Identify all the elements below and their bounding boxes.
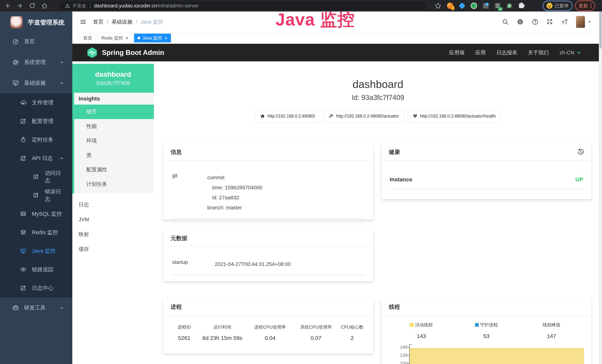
chevron-up-icon (59, 81, 64, 86)
metadata-row-startup: startup 2021-04-27T00:44:31.254+08:00 (172, 259, 364, 275)
process-card-title: 进程 (163, 299, 373, 316)
sidebar-item-tracing[interactable]: 链路追踪 (0, 260, 72, 279)
extension-icon-leaf[interactable] (506, 2, 513, 9)
instance-header: dashboard 93a3fc7f7409 (72, 64, 154, 93)
tab-close-icon[interactable]: × (126, 36, 128, 40)
menu-label: 环境 (86, 137, 97, 144)
sba-link-wallboard[interactable]: 应用墙 (449, 49, 465, 56)
sidebar-item-error-logs[interactable]: 错误日志 (0, 186, 72, 205)
extension-icon-gem[interactable] (459, 2, 465, 9)
breadcrumb-infra[interactable]: 基础设施 (112, 18, 132, 25)
sidebar-item-label: 日志中心 (32, 284, 54, 292)
font-size-icon[interactable] (561, 18, 568, 25)
sidebar-item-file-mgmt[interactable]: 文件管理 (0, 94, 72, 112)
url-path: /infra/admin-server (157, 3, 199, 9)
health-status-badge: UP (575, 176, 583, 183)
search-icon[interactable] (502, 18, 509, 25)
menu-label: 性能 (86, 123, 97, 130)
sidebar-item-cron-jobs[interactable]: 定时任务 (0, 130, 72, 149)
browser-back-icon[interactable] (4, 2, 11, 9)
instance-root-menu: 日志 JVM 映射 缓存 (72, 197, 154, 257)
service-url-chip[interactable]: http://192.168.0.2:48080/ (255, 110, 320, 122)
sidebar-item-access-logs[interactable]: 访问日志 (0, 168, 72, 186)
update-label: 更新 (579, 3, 588, 9)
breadcrumb-home[interactable]: 首页 (93, 18, 103, 25)
sba-link-journal[interactable]: 日志报表 (496, 49, 517, 56)
menu-label: 类 (86, 152, 92, 159)
instance-menu-metrics[interactable]: 性能 (74, 119, 154, 134)
legend-swatch-yellow (410, 323, 414, 327)
info-card: 信息 git commit: time: 1596289704000 id: 2… (163, 144, 373, 220)
scrollbar-thumb[interactable] (599, 11, 602, 49)
sidebar-item-mysql-monitor[interactable]: MySQL 监控 (0, 205, 72, 223)
bookmark-star-icon[interactable] (434, 2, 442, 10)
address-bar[interactable]: 不安全 dashboard.yudao.iocoder.cn/infra/adm… (60, 1, 426, 10)
instance-links: http://192.168.0.2:48080/ http://192.168… (154, 110, 602, 122)
legend-label: 活动线程 (415, 322, 433, 328)
screen: 不安全 dashboard.yudao.iocoder.cn/infra/adm… (0, 0, 602, 364)
sidebar-item-api-logs[interactable]: API 日志 (0, 149, 72, 168)
sba-link-applications[interactable]: 应用 (475, 49, 486, 56)
health-card-body: Instance UP (381, 161, 591, 189)
health-url-chip[interactable]: http://192.168.0.2:48080/actuator/health (408, 110, 501, 122)
browser-forward-icon[interactable] (17, 2, 23, 9)
extension-icon-squares[interactable] (482, 2, 489, 9)
extension-icon-orange[interactable]: 1 (447, 2, 454, 9)
instance-menu-mappings[interactable]: 映射 (72, 227, 154, 242)
sidebar-item-label: 链路追踪 (32, 266, 54, 273)
instance-menu-logs[interactable]: 日志 (72, 197, 154, 212)
process-card: 进程 进程ID 运行时间 进程CPU使用率 系统CPU使用率 CPU核心数 52… (163, 299, 373, 353)
sba-locale-select[interactable]: zh-CN (559, 50, 581, 56)
tab-redis-monitor[interactable]: Redis 监控 × (98, 33, 132, 43)
sidebar-item-system[interactable]: 系统管理 (0, 52, 72, 73)
sidebar-item-config-mgmt[interactable]: 配置管理 (0, 112, 72, 130)
github-icon[interactable] (517, 18, 524, 25)
security-label[interactable]: 不安全 (72, 3, 86, 9)
url-host: dashboard.yudao.iocoder.cn (94, 3, 157, 9)
instance-menu-classes[interactable]: 类 (74, 148, 154, 162)
menu-label: 映射 (79, 231, 89, 238)
browser-home-icon[interactable] (41, 2, 48, 9)
sidebar-item-infra[interactable]: 基础设施 (0, 73, 72, 94)
annotation-text: Java 监控 (276, 8, 355, 31)
avatar-caret-down-icon[interactable] (588, 20, 592, 24)
browser-refresh-icon[interactable] (29, 2, 36, 9)
legend-label: 线程峰值 (543, 322, 560, 328)
instance-menu-scheduled-tasks[interactable]: 计划任务 (74, 177, 154, 191)
instance-menu-environment[interactable]: 环境 (74, 134, 154, 148)
instance-menu-caches[interactable]: 缓存 (72, 242, 154, 257)
process-header-proc-cpu: 进程CPU使用率 (247, 324, 294, 330)
menu-label: 缓存 (79, 246, 89, 253)
instance-menu-config-props[interactable]: 配置属性 (74, 162, 154, 177)
help-icon[interactable] (532, 18, 538, 25)
fullscreen-icon[interactable] (546, 18, 553, 25)
sidebar-item-dev-tools[interactable]: 研发工具 (0, 298, 72, 318)
tab-java-monitor[interactable]: Java 监控 × (134, 33, 171, 43)
user-avatar[interactable] (576, 16, 585, 28)
extensions-puzzle-icon[interactable] (518, 2, 525, 9)
y-tick-140: 140 (392, 344, 407, 350)
sidebar-item-redis-monitor[interactable]: Redis 监控 (0, 223, 72, 242)
tab-home[interactable]: 首页 (80, 33, 96, 43)
app-logo[interactable]: 芋道管理系统 (0, 11, 72, 29)
sba-brand[interactable]: Spring Boot Admin (87, 47, 164, 58)
browser-menu-icon[interactable] (591, 4, 591, 8)
extension-icon-lines[interactable]: on (494, 2, 501, 9)
sidebar-item-home[interactable]: 首页 (0, 31, 72, 52)
history-icon[interactable] (577, 149, 584, 155)
health-url: http://192.168.0.2:48080/actuator/health (420, 114, 496, 119)
sidebar-item-label: 配置管理 (32, 118, 54, 125)
sidebar-item-log-center[interactable]: 日志中心 (0, 279, 72, 298)
actuator-url-chip[interactable]: http://192.168.0.2:48080/actuator (324, 110, 404, 122)
tab-close-icon[interactable]: × (165, 36, 167, 40)
extension-icon-green-circle[interactable] (470, 2, 477, 9)
instance-menu-jvm[interactable]: JVM (72, 212, 154, 227)
hamburger-icon[interactable] (79, 19, 87, 25)
instance-menu-details[interactable]: 细节 (74, 105, 154, 119)
sba-brand-label: Spring Boot Admin (102, 49, 164, 57)
sidebar-item-java-monitor[interactable]: Java 监控 (0, 242, 72, 260)
browser-update-button[interactable]: 更新 (575, 0, 595, 11)
sba-link-about[interactable]: 关于我们 (528, 49, 549, 56)
profile-paused-chip[interactable]: 已暂停 (543, 1, 572, 11)
monitor-icon (12, 80, 19, 86)
